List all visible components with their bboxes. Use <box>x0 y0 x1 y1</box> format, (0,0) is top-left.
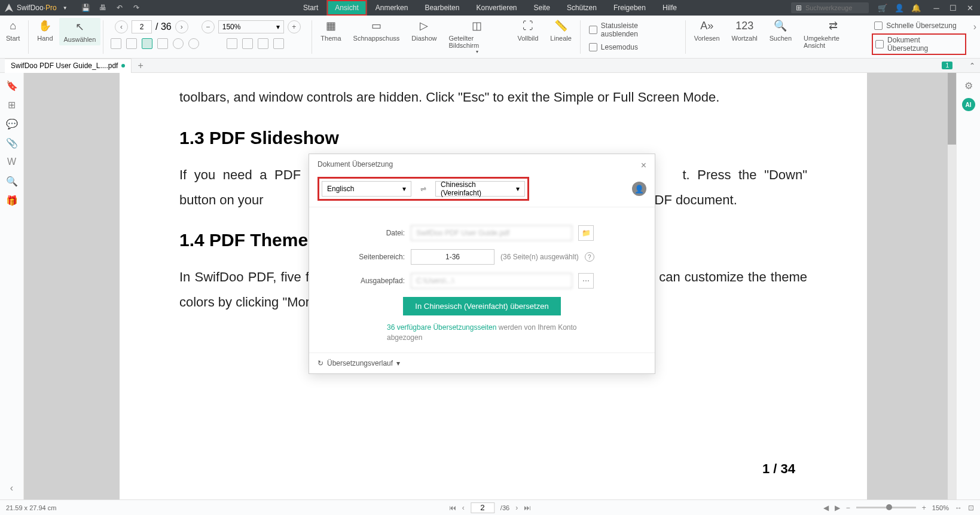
close-icon[interactable]: ✕ <box>966 4 974 12</box>
menu-schuetzen[interactable]: Schützen <box>558 0 605 16</box>
ai-button[interactable]: AI <box>962 98 975 111</box>
page-range-input[interactable]: 1-36 <box>411 249 494 265</box>
source-language-select[interactable]: Englisch▾ <box>322 181 411 197</box>
last-page-button[interactable]: ⏭ <box>524 504 531 512</box>
layout-icon-1[interactable] <box>111 38 121 49</box>
output-path-input[interactable]: C:\Users\...\ <box>411 273 572 289</box>
ribbon-slideshow[interactable]: ▷Diashow <box>405 18 442 43</box>
ribbon-hide-statusbar[interactable]: Statusleiste ausblenden <box>587 20 679 39</box>
fit-icon-1[interactable] <box>227 38 237 49</box>
menu-ansicht[interactable]: Ansicht <box>326 0 367 16</box>
ribbon-hand[interactable]: ✋Hand <box>31 18 59 43</box>
save-icon[interactable]: 💾 <box>82 4 90 12</box>
page-next-button[interactable]: › <box>175 20 188 33</box>
ribbon-more-icon[interactable]: › <box>970 18 980 36</box>
file-input[interactable]: SwifDoo PDF User Guide.pdf <box>411 225 572 241</box>
zoom-out-button[interactable]: − <box>202 20 215 33</box>
zoom-select[interactable]: 150%▾ <box>218 20 284 33</box>
find-icon[interactable]: 🔍 <box>7 176 17 186</box>
menu-seite[interactable]: Seite <box>526 0 558 16</box>
menu-bearbeiten[interactable]: Bearbeiten <box>416 0 468 16</box>
page-prev-button[interactable]: ‹ <box>115 20 128 33</box>
target-language-select[interactable]: Chinesisch (Vereinfacht)▾ <box>435 181 525 197</box>
fit-width-icon[interactable]: ↔ <box>955 504 962 512</box>
minimize-icon[interactable]: ─ <box>932 4 941 12</box>
dialog-close-button[interactable]: × <box>641 160 646 171</box>
word-icon[interactable]: W <box>7 157 17 167</box>
menu-konvertieren[interactable]: Konvertieren <box>468 0 525 16</box>
ribbon-fullscreen[interactable]: ⛶Vollbild <box>512 18 545 43</box>
thumbnails-icon[interactable]: ⊞ <box>7 99 17 110</box>
settings-slider-icon[interactable]: ⚙ <box>963 80 974 91</box>
comments-icon[interactable]: 💬 <box>7 118 17 129</box>
cursor-icon: ↖ <box>73 20 86 33</box>
page-current-input[interactable] <box>132 20 152 33</box>
ribbon-wordcount[interactable]: 123Wortzahl <box>726 18 764 43</box>
layout-icon-3[interactable] <box>142 38 152 49</box>
ribbon-rulers[interactable]: 📏Lineale <box>544 18 577 43</box>
tool-search-input[interactable] <box>805 4 864 11</box>
prev-page-button[interactable]: ‹ <box>462 504 465 512</box>
ribbon-readmode[interactable]: Lesemodus <box>587 42 679 53</box>
maximize-icon[interactable]: ☐ <box>949 4 957 12</box>
rotate-right-icon[interactable] <box>188 38 199 49</box>
menu-freigeben[interactable]: Freigeben <box>605 0 654 16</box>
zoom-in-button[interactable]: + <box>288 20 301 33</box>
ribbon-snapshot[interactable]: ▭Schnappschuss <box>347 18 406 43</box>
ribbon-quick-translate[interactable]: Schnelle Übersetzung <box>872 20 966 31</box>
ribbon-select[interactable]: ↖Auswählen <box>59 18 101 45</box>
undo-icon[interactable]: ↶ <box>115 4 124 12</box>
vertical-scrollbar[interactable] <box>948 73 956 499</box>
translate-button[interactable]: In Chinesisch (Vereinfacht) übersetzen <box>403 297 560 315</box>
nav-back-button[interactable]: ◀ <box>823 504 829 512</box>
zoom-slider[interactable] <box>856 507 916 508</box>
zoom-minus-button[interactable]: − <box>846 504 850 512</box>
ribbon-doc-translate[interactable]: Dokument Übersetzung <box>872 33 966 55</box>
print-icon[interactable]: 🖶 <box>99 4 107 12</box>
layout-icon-4[interactable] <box>157 38 168 49</box>
ribbon-start[interactable]: ⌂Start <box>0 18 26 43</box>
new-tab-button[interactable]: + <box>138 60 143 71</box>
ribbon-theme[interactable]: ▦Thema <box>315 18 347 43</box>
browse-output-button[interactable]: ⋯ <box>578 273 594 289</box>
first-page-button[interactable]: ⏮ <box>449 504 456 512</box>
tool-search[interactable]: ⊞ <box>791 2 869 13</box>
translate-icon <box>874 22 883 30</box>
ribbon-split[interactable]: ◫Geteilter Bildschirm▾ <box>442 18 511 56</box>
zoom-plus-button[interactable]: + <box>922 504 926 512</box>
fit-icon-3[interactable] <box>258 38 268 49</box>
app-dropdown-icon[interactable]: ▼ <box>63 5 68 11</box>
nav-fwd-button[interactable]: ▶ <box>835 504 840 512</box>
credits-link[interactable]: 36 verfügbare Übersetzungsseiten <box>387 323 496 332</box>
help-icon[interactable]: ? <box>585 252 594 262</box>
bookmark-icon[interactable]: 🔖 <box>7 80 17 91</box>
browse-file-button[interactable]: 📁 <box>578 225 594 241</box>
menu-start[interactable]: Start <box>295 0 326 16</box>
fit-page-icon[interactable]: ⊡ <box>968 504 974 512</box>
redo-icon[interactable]: ↷ <box>132 4 141 12</box>
translation-history-button[interactable]: ↻ Übersetzungsverlauf ▾ <box>317 359 400 367</box>
next-page-button[interactable]: › <box>515 504 518 512</box>
swap-languages-icon[interactable]: ⇌ <box>417 185 429 193</box>
ribbon-readaloud[interactable]: A»Vorlesen <box>688 18 726 43</box>
zoom-slider-thumb[interactable] <box>886 504 892 510</box>
menu-anmerken[interactable]: Anmerken <box>367 0 417 16</box>
rotate-left-icon[interactable] <box>173 38 184 49</box>
scrollbar-thumb[interactable] <box>948 73 956 145</box>
fit-icon-2[interactable] <box>242 38 253 49</box>
ribbon-search[interactable]: 🔍Suchen <box>764 18 798 43</box>
cart-icon[interactable]: 🛒 <box>878 4 887 12</box>
attachments-icon[interactable]: 📎 <box>7 137 17 148</box>
user-icon[interactable]: 👤 <box>895 4 903 12</box>
sidebar-prev-icon[interactable]: ‹ <box>10 483 13 493</box>
menu-hilfe[interactable]: Hilfe <box>654 0 685 16</box>
document-tab[interactable]: SwifDoo PDF User Guide_L....pdf <box>5 59 132 73</box>
ribbon-reverse-view[interactable]: ⇄Umgekehrte Ansicht <box>798 18 868 50</box>
collapse-ribbon-icon[interactable]: ⌃ <box>969 62 975 70</box>
status-page-input[interactable] <box>471 502 494 513</box>
fit-icon-4[interactable] <box>273 38 284 49</box>
layout-icon-2[interactable] <box>126 38 137 49</box>
user-avatar-icon[interactable]: 👤 <box>632 182 646 196</box>
bell-icon[interactable]: 🔔 <box>912 4 920 12</box>
gift-icon[interactable]: 🎁 <box>7 195 17 206</box>
